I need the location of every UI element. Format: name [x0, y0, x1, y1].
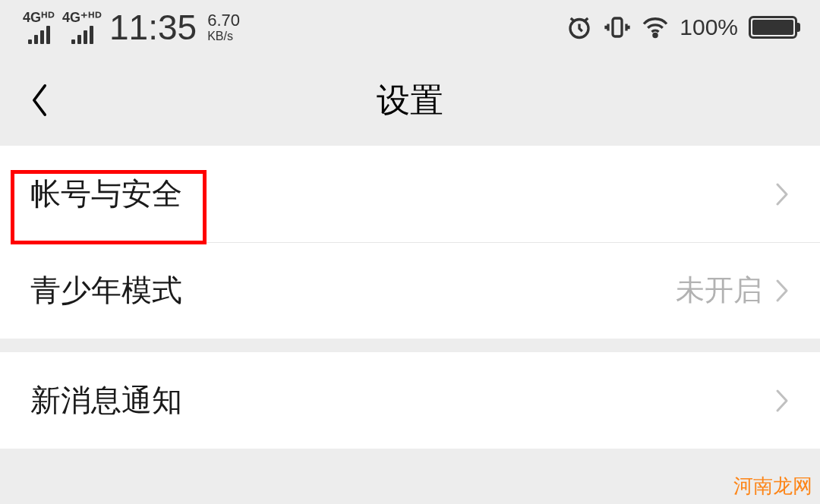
row-label: 帐号与安全 — [30, 173, 182, 215]
chevron-right-icon — [774, 278, 790, 304]
status-time: 11:35 — [109, 10, 197, 45]
wifi-icon — [642, 14, 669, 41]
battery-icon — [749, 16, 797, 39]
row-notifications[interactable]: 新消息通知 — [0, 352, 820, 449]
settings-group-1: 帐号与安全 青少年模式 未开启 — [0, 146, 820, 339]
row-label: 青少年模式 — [30, 269, 182, 311]
vibrate-icon — [604, 14, 631, 41]
chevron-right-icon — [774, 388, 790, 414]
signal-bars-icon — [71, 26, 93, 44]
settings-group-2: 新消息通知 — [0, 352, 820, 449]
battery-percentage: 100% — [680, 14, 738, 40]
signal-bars-icon — [28, 26, 50, 44]
chevron-left-icon — [28, 82, 51, 118]
signal-label-2: 4G⁺ᴴᴰ — [62, 11, 102, 24]
row-account-security[interactable]: 帐号与安全 — [0, 146, 820, 242]
row-right: 未开启 — [676, 271, 790, 310]
svg-rect-1 — [613, 18, 622, 36]
status-bar-right: 100% — [566, 14, 797, 41]
signal-label-1: 4Gᴴᴰ — [23, 11, 55, 24]
svg-point-2 — [654, 33, 657, 36]
row-label: 新消息通知 — [30, 380, 182, 421]
alarm-icon — [566, 14, 593, 41]
chevron-right-icon — [774, 181, 790, 207]
signal-indicator-1: 4Gᴴᴰ — [23, 11, 55, 44]
network-speed: 6.70 KB/s — [207, 11, 240, 43]
speed-value: 6.70 — [207, 11, 240, 30]
watermark-text: 河南龙网 — [733, 473, 812, 499]
back-button[interactable] — [21, 82, 58, 118]
status-bar-left: 4Gᴴᴰ 4G⁺ᴴᴰ 11:35 6.70 KB/s — [23, 10, 240, 45]
status-bar: 4Gᴴᴰ 4G⁺ᴴᴰ 11:35 6.70 KB/s — [0, 0, 820, 55]
row-teen-mode[interactable]: 青少年模式 未开启 — [0, 242, 820, 339]
page-title: 设置 — [377, 78, 443, 123]
signal-indicator-2: 4G⁺ᴴᴰ — [62, 11, 102, 44]
speed-unit: KB/s — [207, 30, 233, 43]
row-right — [774, 388, 790, 414]
title-bar: 设置 — [0, 55, 820, 146]
row-value: 未开启 — [676, 271, 762, 310]
row-right — [774, 181, 790, 207]
